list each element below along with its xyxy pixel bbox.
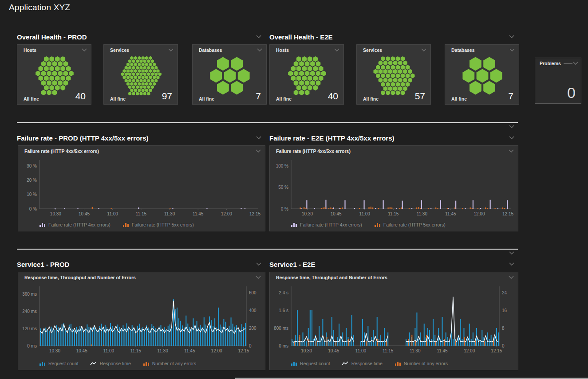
hexagon[interactable] <box>388 61 393 66</box>
hexagon[interactable] <box>381 65 385 70</box>
legend-item[interactable]: Request count <box>290 361 330 366</box>
hexagon[interactable] <box>49 66 54 71</box>
hexagon[interactable] <box>381 74 385 78</box>
hexagon[interactable] <box>398 86 403 91</box>
hexagon[interactable] <box>154 66 158 70</box>
hexagon[interactable] <box>134 56 137 60</box>
hexagon[interactable] <box>299 70 304 76</box>
hexagon[interactable] <box>401 65 405 70</box>
hexagon[interactable] <box>121 72 124 76</box>
hexagon[interactable] <box>151 72 154 76</box>
hexagon[interactable] <box>41 80 46 86</box>
hexagon[interactable] <box>132 79 135 82</box>
hexagon[interactable] <box>308 66 312 71</box>
hexagon[interactable] <box>383 61 388 66</box>
hexagon[interactable] <box>401 56 405 61</box>
hexagon[interactable] <box>477 69 489 83</box>
hexagon[interactable] <box>55 85 60 90</box>
hexagon[interactable] <box>158 72 162 76</box>
hexagon[interactable] <box>44 66 49 71</box>
hexagon[interactable] <box>156 76 159 79</box>
hexagon[interactable] <box>401 74 405 78</box>
hexagon[interactable] <box>391 82 395 87</box>
chevron-down-icon[interactable] <box>81 47 87 53</box>
hexagon[interactable] <box>151 66 154 70</box>
hexagon[interactable] <box>139 72 142 76</box>
hexagon[interactable] <box>308 56 312 62</box>
hexagon[interactable] <box>388 78 393 82</box>
hexagon[interactable] <box>313 85 318 90</box>
hexagon[interactable] <box>126 63 130 66</box>
hexagon[interactable] <box>231 57 243 71</box>
hexagon[interactable] <box>145 76 148 79</box>
hexagon[interactable] <box>305 70 310 76</box>
hexagon[interactable] <box>406 74 410 78</box>
hexagon[interactable] <box>393 69 398 74</box>
hexagon[interactable] <box>49 56 54 62</box>
hexagon[interactable] <box>44 75 49 81</box>
hexagon[interactable] <box>313 56 318 62</box>
hexagon[interactable] <box>60 66 65 71</box>
hexagon[interactable] <box>143 59 146 63</box>
hexagon[interactable] <box>134 82 137 86</box>
hexagon[interactable] <box>147 72 150 76</box>
hexagon[interactable] <box>130 82 133 86</box>
hexagon[interactable] <box>470 57 481 71</box>
chevron-down-icon[interactable] <box>509 124 515 129</box>
hexagon[interactable] <box>391 65 395 70</box>
hexagon[interactable] <box>396 56 400 61</box>
chevron-down-icon[interactable] <box>508 275 514 280</box>
hexagon[interactable] <box>291 66 296 71</box>
chart-canvas[interactable]: 30 %20 %10 %0 %10:3010:4511:0011:1511:30… <box>19 157 264 220</box>
hexagon[interactable] <box>151 85 154 89</box>
hexagon[interactable] <box>58 80 63 86</box>
hexagon[interactable] <box>296 75 301 81</box>
hexagon[interactable] <box>310 80 315 86</box>
hexagon[interactable] <box>134 76 137 79</box>
hexagon[interactable] <box>134 63 137 66</box>
hexagon[interactable] <box>149 69 152 73</box>
hexagon[interactable] <box>386 74 390 78</box>
hexagon[interactable] <box>132 59 135 63</box>
hexagon[interactable] <box>154 79 158 82</box>
hexagon[interactable] <box>138 56 141 60</box>
legend-item[interactable]: Number of any errors <box>394 361 448 366</box>
hexagon[interactable] <box>60 75 65 81</box>
hexagon[interactable] <box>379 78 383 82</box>
hexagon[interactable] <box>139 79 142 82</box>
chevron-down-icon[interactable] <box>256 135 262 141</box>
hexagon[interactable] <box>386 82 390 87</box>
hexagon[interactable] <box>391 56 395 61</box>
hexagon[interactable] <box>391 74 395 78</box>
hexagon[interactable] <box>147 85 150 89</box>
hexagon[interactable] <box>142 63 145 66</box>
hexagon[interactable] <box>393 78 398 82</box>
hexagon[interactable] <box>149 76 152 79</box>
hexagon[interactable] <box>125 72 128 76</box>
hexagon[interactable] <box>69 70 74 76</box>
legend-item[interactable]: Failure rate (HTTP 4xx errors) <box>290 222 362 227</box>
hexagon[interactable] <box>153 76 156 79</box>
hexagon[interactable] <box>138 76 141 79</box>
hexagon[interactable] <box>302 66 307 71</box>
hexagon[interactable] <box>145 69 148 73</box>
hexagon[interactable] <box>126 76 130 79</box>
hexagon[interactable] <box>313 75 318 81</box>
hexagon[interactable] <box>383 78 388 82</box>
hexagon[interactable] <box>483 57 495 71</box>
service-chart-tile-e2e[interactable]: Response time, Throughput and Number of … <box>269 272 518 370</box>
hexagon[interactable] <box>47 80 51 86</box>
hexagon[interactable] <box>398 69 403 74</box>
hexagon[interactable] <box>294 61 299 66</box>
chevron-down-icon[interactable] <box>256 262 262 267</box>
hexagon[interactable] <box>388 69 393 74</box>
hexagon[interactable] <box>299 61 304 66</box>
hexagon[interactable] <box>47 61 51 66</box>
hexagon[interactable] <box>39 75 43 81</box>
hexagon[interactable] <box>55 56 60 62</box>
hexagon[interactable] <box>143 66 146 70</box>
hexagon[interactable] <box>302 56 307 62</box>
hexagon[interactable] <box>139 66 142 70</box>
hexagon[interactable] <box>393 61 398 66</box>
health-tile-services-e2e[interactable]: Services All fine57 <box>356 44 431 105</box>
